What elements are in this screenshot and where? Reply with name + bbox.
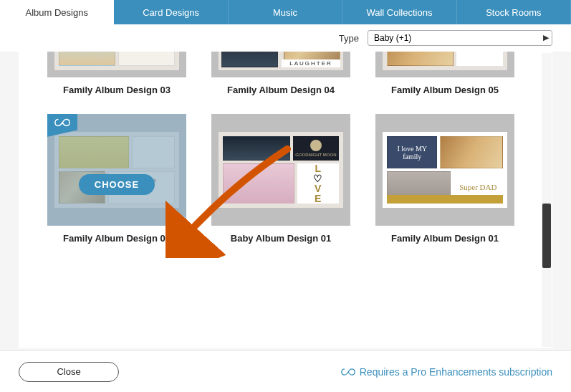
infinity-badge-icon bbox=[47, 114, 77, 137]
photo-placeholder bbox=[59, 52, 115, 66]
photo-placeholder bbox=[440, 136, 503, 168]
design-caption: Family Album Design 03 bbox=[63, 85, 171, 95]
tab-label: Card Designs bbox=[143, 7, 199, 18]
design-thumbnail: GOODNIGHT MOON L ♡ V E bbox=[211, 114, 350, 226]
tab-label: Music bbox=[273, 7, 297, 18]
thumbnail-art: LOVE LAUGHTER bbox=[219, 52, 343, 70]
photo-placeholder bbox=[221, 52, 278, 67]
thumbnail-art: I love MY family Super DAD bbox=[383, 132, 507, 208]
thumbnail-art: You are Loved bbox=[383, 52, 507, 70]
decorative-moon: GOODNIGHT MOON bbox=[293, 136, 339, 161]
scrollbar[interactable] bbox=[542, 53, 552, 347]
design-caption: Family Album Design 04 bbox=[227, 85, 335, 95]
decorative-text: LAUGHTER bbox=[282, 59, 340, 67]
photo-placeholder bbox=[223, 136, 290, 161]
type-select-value: Baby (+1) bbox=[374, 33, 411, 43]
design-grid-container: Family Album Design 03 LOVE LAUGHTER Fam… bbox=[19, 52, 552, 348]
infinity-icon bbox=[341, 367, 355, 377]
hover-overlay: CHOOSE bbox=[47, 114, 186, 226]
filter-label: Type bbox=[339, 33, 359, 44]
tab-music[interactable]: Music bbox=[229, 0, 342, 24]
design-thumbnail: I love MY family Super DAD bbox=[375, 114, 514, 226]
design-thumbnail bbox=[47, 52, 186, 77]
design-thumbnail: reach for the Stars CHOOSE bbox=[47, 114, 186, 226]
photo-placeholder bbox=[223, 163, 294, 204]
close-button[interactable]: Close bbox=[19, 362, 119, 382]
photo-placeholder bbox=[118, 52, 175, 66]
tab-wall-collections[interactable]: Wall Collections bbox=[342, 0, 456, 24]
design-card[interactable]: GOODNIGHT MOON L ♡ V E Baby Album Design… bbox=[211, 114, 350, 244]
scrollbar-thumb[interactable] bbox=[542, 204, 551, 268]
design-card-hovered[interactable]: reach for the Stars CHOOSE Family Album … bbox=[47, 114, 186, 244]
filter-row: Type Baby (+1) ▶ bbox=[0, 24, 571, 52]
tab-label: Album Designs bbox=[25, 7, 87, 18]
tab-bar: Album Designs Card Designs Music Wall Co… bbox=[0, 0, 571, 24]
design-thumbnail: LOVE LAUGHTER bbox=[211, 52, 350, 77]
dialog-footer: Close Requires a Pro Enhancements subscr… bbox=[0, 350, 571, 392]
thumbnail-art: GOODNIGHT MOON L ♡ V E bbox=[219, 132, 343, 208]
pro-subscription-link[interactable]: Requires a Pro Enhancements subscription bbox=[341, 366, 552, 378]
decorative-strip bbox=[387, 195, 503, 204]
design-grid: Family Album Design 03 LOVE LAUGHTER Fam… bbox=[19, 52, 552, 244]
decorative-text: I love MY family bbox=[387, 136, 437, 168]
tab-label: Stock Rooms bbox=[486, 7, 541, 18]
thumbnail-art bbox=[54, 52, 179, 70]
design-thumbnail: You are Loved bbox=[375, 52, 514, 77]
chevron-right-icon: ▶ bbox=[543, 33, 549, 42]
decorative-text: You are Loved bbox=[456, 52, 503, 66]
decorative-text: L ♡ V E bbox=[297, 163, 340, 204]
design-card[interactable]: Family Album Design 03 bbox=[47, 52, 186, 95]
pro-link-text: Requires a Pro Enhancements subscription bbox=[360, 366, 552, 378]
design-card[interactable]: You are Loved Family Album Design 05 bbox=[375, 52, 514, 95]
design-caption: Family Album Design 05 bbox=[391, 85, 499, 95]
design-card[interactable]: I love MY family Super DAD Family Album … bbox=[375, 114, 514, 244]
design-caption: Baby Album Design 01 bbox=[231, 233, 331, 244]
tab-card-designs[interactable]: Card Designs bbox=[114, 0, 228, 24]
design-caption: Family Album Design 06 bbox=[63, 233, 171, 244]
tab-label: Wall Collections bbox=[366, 7, 432, 18]
type-select[interactable]: Baby (+1) ▶ bbox=[368, 30, 552, 46]
choose-button[interactable]: CHOOSE bbox=[79, 174, 155, 195]
tab-album-designs[interactable]: Album Designs bbox=[0, 0, 114, 24]
photo-placeholder bbox=[387, 52, 454, 66]
design-card[interactable]: LOVE LAUGHTER Family Album Design 04 bbox=[211, 52, 350, 95]
tab-stock-rooms[interactable]: Stock Rooms bbox=[457, 0, 571, 24]
design-caption: Family Album Design 01 bbox=[391, 233, 499, 244]
